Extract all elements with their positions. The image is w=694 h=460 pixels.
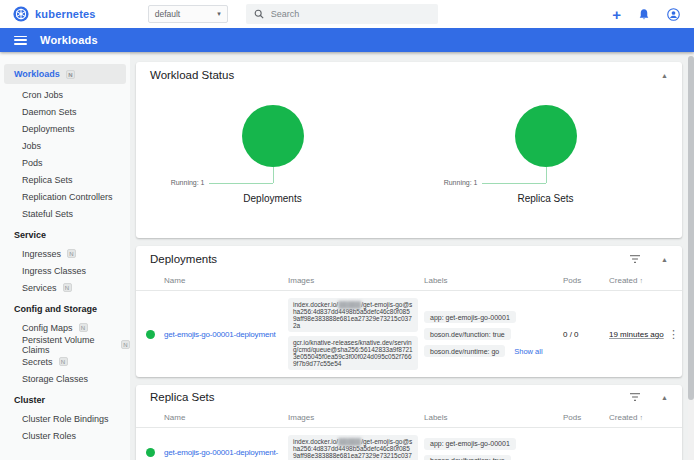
sidebar-item-persistent-volume-claims[interactable]: Persistent Volume Claims N [0, 336, 130, 353]
sidebar-item-ingress-classes[interactable]: Ingress Classes [0, 262, 130, 279]
sidebar-item-cluster-role-bindings[interactable]: Cluster Role Bindings [0, 410, 130, 427]
namespaced-badge: N [63, 283, 72, 292]
redacted-registry-user: █████ [338, 438, 361, 445]
create-resource-button[interactable]: + [612, 7, 621, 22]
table-row: get-emojis-go-00001-deployment index.doc… [136, 291, 682, 377]
namespaced-badge: N [59, 357, 68, 366]
chart-annotation: Running: 1 [171, 179, 205, 186]
column-header-created[interactable]: Created↑ [605, 276, 665, 285]
image-chip: index.docker.io/█████/get-emojis-go@sha2… [288, 298, 418, 332]
sidebar-item-ingresses[interactable]: Ingresses N [0, 245, 130, 262]
namespace-value: default [155, 9, 181, 19]
replica-sets-card: Replica Sets ▲ Name Images Labels Pods C… [136, 385, 682, 460]
app-bar: Workloads [0, 28, 694, 52]
chart-leader-line: Running: 1 [409, 167, 682, 184]
column-header-pods[interactable]: Pods [563, 413, 605, 422]
image-chip: gcr.io/knative-releases/knative.dev/serv… [288, 336, 418, 370]
column-header-name[interactable]: Name [164, 276, 288, 285]
collapse-card-button[interactable]: ▲ [661, 72, 668, 79]
sidebar-item-workloads[interactable]: Workloads N [4, 64, 126, 84]
sidebar-item-deployments[interactable]: Deployments [0, 120, 130, 137]
scrollbar-thumb[interactable] [688, 56, 694, 400]
images-cell: index.docker.io/█████/get-emojis-go@sha2… [288, 298, 424, 370]
sidebar-item-daemon-sets[interactable]: Daemon Sets [0, 103, 130, 120]
card-title-replica-sets: Replica Sets [150, 391, 215, 403]
vertical-scrollbar [688, 52, 694, 460]
collapse-card-button[interactable]: ▲ [661, 256, 668, 263]
redacted-registry-user: █████ [338, 301, 361, 308]
labels-cell: app: get-emojis-go-00001 boson.dev/funct… [424, 311, 563, 357]
column-header-labels[interactable]: Labels [424, 276, 563, 285]
labels-cell: app: get-emojis-go-00001 boson.dev/funct… [424, 438, 563, 460]
replica-sets-table-header: Name Images Labels Pods Created↑ [136, 408, 682, 428]
namespaced-badge: N [67, 249, 76, 258]
menu-hamburger-icon[interactable] [14, 36, 27, 45]
label-chip: app: get-emojis-go-00001 [424, 311, 516, 323]
chart-annotation: Running: 1 [444, 179, 478, 186]
card-title-workload-status: Workload Status [150, 69, 234, 81]
deployments-card: Deployments ▲ Name Images Labels Pods Cr… [136, 246, 682, 377]
page-title: Workloads [40, 34, 98, 46]
column-header-images[interactable]: Images [288, 413, 424, 422]
label-chip: boson.dev/function: true [424, 328, 511, 340]
search-input[interactable] [271, 9, 421, 19]
sidebar-item-replica-sets[interactable]: Replica Sets [0, 171, 130, 188]
label-chip: boson.dev/function: true [424, 455, 511, 460]
sidebar-item-services[interactable]: Services N [0, 279, 130, 296]
label-chip: boson.dev/runtime: go [424, 345, 505, 357]
user-account-icon[interactable] [667, 8, 680, 21]
sidebar-item-storage-classes[interactable]: Storage Classes [0, 370, 130, 387]
sidebar-item-replication-controllers[interactable]: Replication Controllers [0, 188, 130, 205]
sidebar-item-cron-jobs[interactable]: Cron Jobs [0, 86, 130, 103]
replica-sets-status-chart: Running: 1 Replica Sets [409, 97, 682, 204]
chart-label: Replica Sets [517, 193, 573, 204]
table-row: get-emojis-go-00001-deployment- index.do… [136, 428, 682, 460]
created-timestamp: 19 minutes ago [605, 330, 665, 339]
namespace-selector[interactable]: default ▾ [148, 5, 228, 23]
namespaced-badge: N [79, 323, 88, 332]
replica-set-name-link[interactable]: get-emojis-go-00001-deployment- [164, 448, 288, 457]
sidebar-item-config-and-storage[interactable]: Config and Storage [0, 299, 130, 319]
pie-chart-running [515, 105, 577, 167]
collapse-card-button[interactable]: ▲ [661, 394, 668, 401]
column-header-pods[interactable]: Pods [563, 276, 605, 285]
card-title-deployments: Deployments [150, 253, 217, 265]
sidebar-item-cluster[interactable]: Cluster [0, 390, 130, 410]
search-icon [254, 9, 264, 19]
column-header-images[interactable]: Images [288, 276, 424, 285]
search-bar[interactable] [246, 4, 438, 24]
sort-ascending-icon: ↑ [639, 277, 643, 284]
main-content: Workload Status ▲ Running: 1 Deployments… [130, 52, 688, 460]
column-header-labels[interactable]: Labels [424, 413, 563, 422]
deployment-name-link[interactable]: get-emojis-go-00001-deployment [164, 330, 288, 339]
sidebar-item-secrets[interactable]: Secrets N [0, 353, 130, 370]
top-header: kubernetes default ▾ + [0, 0, 694, 28]
chart-leader-line: Running: 1 [136, 167, 409, 184]
filter-icon[interactable] [629, 392, 641, 402]
notifications-bell-icon[interactable] [638, 8, 650, 21]
sidebar-item-config-maps[interactable]: Config Maps N [0, 319, 130, 336]
label-chip: app: get-emojis-go-00001 [424, 438, 516, 450]
images-cell: index.docker.io/█████/get-emojis-go@sha2… [288, 435, 424, 460]
row-actions-kebab-menu[interactable]: ⋮ [665, 328, 682, 341]
status-running-icon [146, 448, 155, 457]
image-chip: index.docker.io/█████/get-emojis-go@sha2… [288, 435, 418, 460]
deployments-status-chart: Running: 1 Deployments [136, 97, 409, 204]
column-header-created[interactable]: Created↑ [605, 413, 665, 422]
workload-status-card: Workload Status ▲ Running: 1 Deployments… [136, 62, 682, 238]
kubernetes-brand[interactable]: kubernetes [13, 6, 96, 22]
column-header-name[interactable]: Name [164, 413, 288, 422]
status-running-icon [146, 330, 155, 339]
sidebar-item-pods[interactable]: Pods [0, 154, 130, 171]
filter-icon[interactable] [629, 254, 641, 264]
sidebar-item-service[interactable]: Service [0, 225, 130, 245]
show-all-labels-link[interactable]: Show all [514, 347, 542, 356]
sidebar-item-cluster-roles[interactable]: Cluster Roles [0, 427, 130, 444]
sidebar-item-jobs[interactable]: Jobs [0, 137, 130, 154]
sidebar-item-stateful-sets[interactable]: Stateful Sets [0, 205, 130, 222]
pie-chart-running [242, 105, 304, 167]
pods-count: 0 / 0 [563, 330, 605, 339]
kubernetes-logo-icon [13, 6, 29, 22]
brand-name: kubernetes [35, 8, 96, 20]
sidebar-nav: Workloads N Cron Jobs Daemon Sets Deploy… [0, 52, 130, 460]
